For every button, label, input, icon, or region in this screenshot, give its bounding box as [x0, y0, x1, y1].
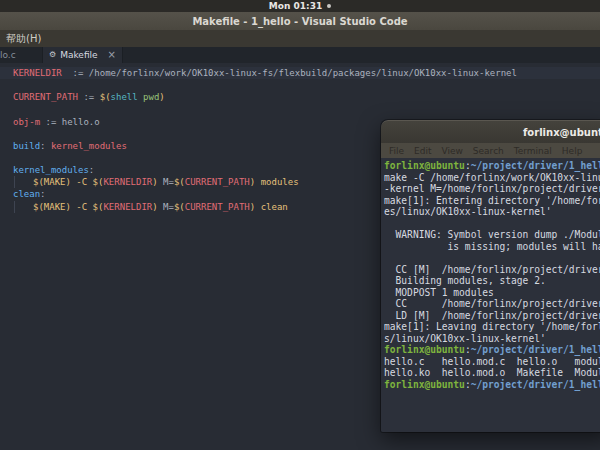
terminal-line: forlinx@ubuntu:~/project/driver/1_hell	[384, 379, 600, 391]
terminal-line	[384, 252, 600, 264]
tab-hello-c-partial[interactable]: lo.c	[0, 47, 43, 63]
terminal-menu-item-edit[interactable]: Edit	[409, 146, 436, 156]
tab-makefile-label: Makefile	[60, 50, 103, 60]
terminal-line: is missing; modules will ha	[384, 241, 600, 253]
terminal-line: Building modules, stage 2.	[384, 275, 600, 287]
terminal-line: MODPOST 1 modules	[384, 287, 600, 299]
terminal-line: forlinx@ubuntu:~/project/driver/1_hell	[384, 344, 600, 356]
vscode-window-title: Makefile - 1_hello - Visual Studio Code	[192, 16, 407, 27]
system-top-bar: Mon 01:31	[0, 0, 600, 12]
terminal-window[interactable]: forlinx@ubuntu: FileEditViewSearchTermin…	[381, 120, 600, 432]
terminal-line: CC [M] /home/forlinx/project/driver	[384, 264, 600, 276]
terminal-output[interactable]: forlinx@ubuntu:~/project/driver/1_hellma…	[381, 158, 600, 432]
vscode-titlebar[interactable]: Makefile - 1_hello - Visual Studio Code	[0, 12, 600, 30]
terminal-menu-item-file[interactable]: File	[384, 146, 409, 156]
terminal-line: forlinx@ubuntu:~/project/driver/1_hell	[384, 160, 600, 172]
tab-makefile[interactable]: ⚙ Makefile ×	[43, 47, 123, 63]
desktop: { "system_bar": { "clock": "Mon 01:31" }…	[0, 0, 600, 450]
notification-dot-icon	[327, 4, 331, 8]
indent-guide	[14, 201, 33, 213]
terminal-line: hello.c hello.mod.c hello.o modul	[384, 356, 600, 368]
terminal-window-title: forlinx@ubuntu:	[523, 121, 600, 144]
clock[interactable]: Mon 01:31	[269, 0, 322, 12]
terminal-titlebar[interactable]: forlinx@ubuntu:	[381, 120, 600, 143]
terminal-line: CC /home/forlinx/project/driver	[384, 298, 600, 310]
code-line[interactable]	[0, 79, 600, 91]
terminal-menu-item-terminal[interactable]: Terminal	[509, 146, 557, 156]
terminal-line: WARNING: Symbol version dump ./Modul	[384, 229, 600, 241]
terminal-line: make[1]: Entering directory '/home/for	[384, 195, 600, 207]
terminal-line: -kernel M=/home/forlinx/project/driver	[384, 183, 600, 195]
makefile-file-icon: ⚙	[49, 47, 56, 63]
terminal-menu-item-view[interactable]: View	[437, 146, 468, 156]
tab-partial-label: lo.c	[0, 50, 16, 60]
vscode-menubar: 帮助(H)	[0, 30, 600, 47]
code-line[interactable]	[0, 103, 600, 115]
terminal-line: hello.ko hello.mod.o Makefile Modul	[384, 367, 600, 379]
menu-item-help[interactable]: 帮助(H)	[0, 32, 47, 46]
indent-guide	[14, 176, 33, 188]
terminal-line: s/linux/OK10xx-linux-kernel'	[384, 333, 600, 345]
terminal-line	[384, 218, 600, 230]
terminal-menubar: FileEditViewSearchTerminalHelp	[381, 143, 600, 158]
vscode-tabbar: lo.c ⚙ Makefile ×	[0, 47, 600, 63]
terminal-menu-item-help[interactable]: Help	[557, 146, 588, 156]
code-line[interactable]: KERNELDIR := /home/forlinx/work/OK10xx-l…	[0, 67, 600, 79]
terminal-line: LD [M] /home/forlinx/project/driver	[384, 310, 600, 322]
terminal-line: es/linux/OK10xx-linux-kernel'	[384, 206, 600, 218]
terminal-line: make -C /home/forlinx/work/OK10xx-linu	[384, 172, 600, 184]
code-line[interactable]: CURRENT_PATH := $(shell pwd)	[0, 91, 600, 103]
terminal-line: make[1]: Leaving directory '/home/forl	[384, 321, 600, 333]
terminal-menu-item-search[interactable]: Search	[468, 146, 509, 156]
tab-close-icon[interactable]: ×	[108, 47, 116, 63]
